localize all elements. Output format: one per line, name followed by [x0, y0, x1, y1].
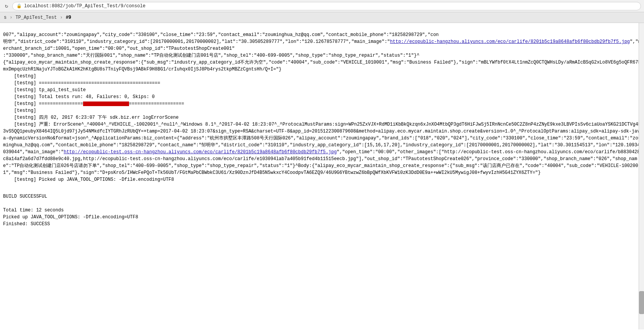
breadcrumb-sep-1: › — [10, 15, 12, 20]
console-testng-blank2: [testng] — [3, 108, 36, 113]
console-testng-blank1: [testng] — [3, 74, 36, 79]
console-line-1: 007","alipay_account":"zoumingapay","cit… — [3, 32, 439, 38]
console-testng-sep1: [testng] ===============================… — [3, 80, 160, 86]
breadcrumb-item-s[interactable]: s — [4, 15, 7, 20]
console-testng-suite: [testng] tp_api_test_suite — [3, 87, 86, 93]
url-text: localhost:8082/job/TP_ApiTest_Test/9/con… — [24, 3, 145, 9]
reload-button[interactable]: ↻ — [3, 3, 10, 10]
breadcrumb-sep-2: › — [60, 15, 62, 20]
console-testng-error: [testng] 严重: ErrorScene^_^40004^_^VEHICL… — [3, 122, 641, 175]
console-testng-jvm: [testng] Picked up JAVA_TOOL_OPTIONS: -D… — [3, 177, 174, 182]
console-line-2: 明华","district_code":"310110","industry_c… — [3, 39, 641, 51]
tab-bar: s › TP_ApiTest_Test › #9 — [0, 12, 644, 23]
browser-toolbar: ↻ 🔒 localhost:8082/job/TP_ApiTest_Test/9… — [0, 0, 644, 12]
console-testng-total: [testng] Total tests run: 48, Failures: … — [3, 94, 155, 100]
console-testng-date: [testng] 四月 02, 2017 6:23:07 下午 sdk.biz.… — [3, 115, 178, 120]
link-main-image-2[interactable]: http://ecopublic-test.oss-cn-hangzhou.al… — [64, 149, 337, 155]
lock-icon: 🔒 — [16, 3, 22, 8]
scrollbar[interactable] — [639, 23, 644, 329]
console-line-4: {"alipay_eco_mycar_maintain_shop_create_… — [3, 60, 641, 72]
build-finished: Finished: SUCCESS — [3, 221, 50, 227]
scrollbar-thumb[interactable] — [639, 291, 644, 314]
breadcrumb-item-build: #9 — [66, 15, 71, 20]
link-main-image-1[interactable]: http://ecopublic-hangzhou.aliyuncs.com/e… — [390, 39, 630, 44]
console-blank — [3, 184, 6, 189]
console-line-3: :"330000","shop_branch_name":"天行国际001","… — [3, 53, 419, 58]
build-jvm-options: Picked up JAVA_TOOL_OPTIONS: -Dfile.enco… — [3, 214, 138, 220]
build-time: Total time: 12 seconds — [3, 208, 64, 213]
console-output: 007","alipay_account":"zoumingapay","cit… — [0, 23, 644, 229]
red-highlight-bar — [83, 102, 129, 106]
url-bar[interactable]: 🔒 localhost:8082/job/TP_ApiTest_Test/9/c… — [12, 2, 641, 10]
console-testng-sep2: [testng] ===============================… — [3, 101, 184, 106]
build-successful: BUILD SUCCESSFUL — [3, 193, 641, 200]
reload-icon: ↻ — [5, 3, 8, 9]
breadcrumb-item-job[interactable]: TP_ApiTest_Test — [15, 15, 57, 20]
